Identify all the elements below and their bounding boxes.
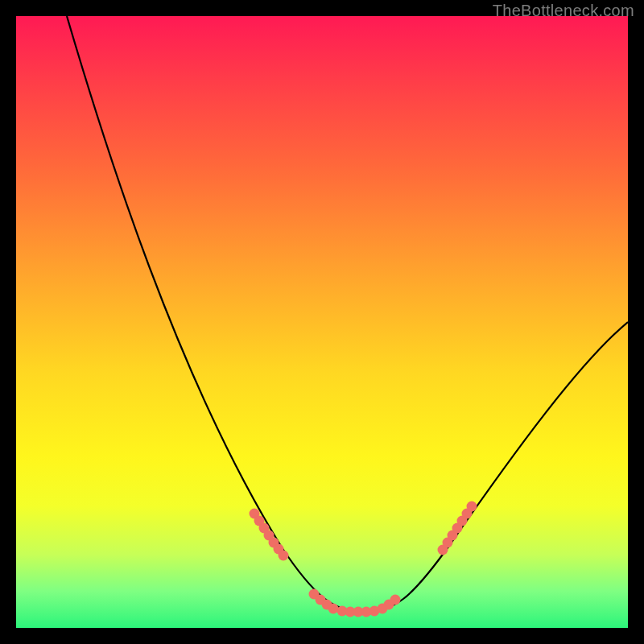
curve-dot <box>328 604 339 614</box>
chart-svg <box>16 16 628 628</box>
chart-plot-area <box>16 16 628 628</box>
watermark-text: TheBottleneck.com <box>493 2 634 20</box>
curve-dots-group <box>250 502 477 617</box>
curve-dot <box>467 502 477 512</box>
bottleneck-curve <box>67 16 628 612</box>
curve-dot <box>390 595 401 605</box>
curve-dot <box>279 551 289 561</box>
